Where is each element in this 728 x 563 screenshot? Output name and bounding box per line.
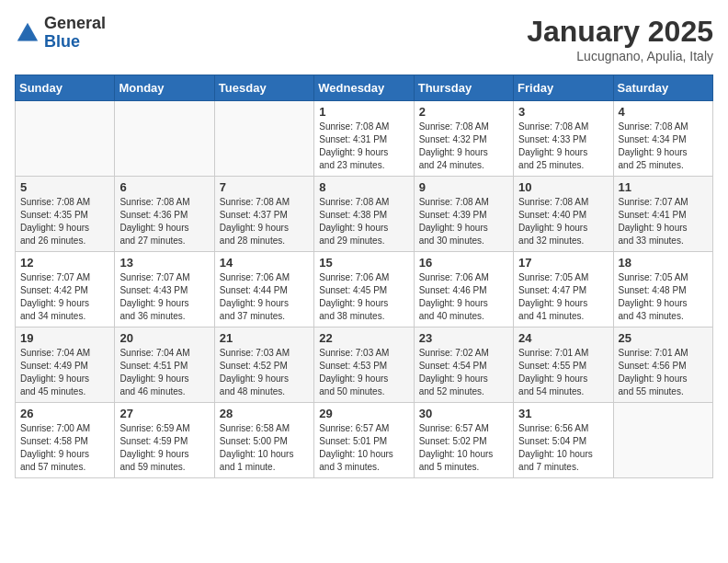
day-info: Sunrise: 7:08 AM Sunset: 4:32 PM Dayligh… — [419, 121, 508, 172]
week-row-2: 5Sunrise: 7:08 AM Sunset: 4:35 PM Daylig… — [16, 177, 713, 252]
day-number: 18 — [619, 256, 708, 270]
day-info: Sunrise: 6:57 AM Sunset: 5:02 PM Dayligh… — [419, 422, 508, 474]
day-number: 30 — [419, 407, 508, 420]
calendar-cell: 7Sunrise: 7:08 AM Sunset: 4:37 PM Daylig… — [214, 177, 313, 252]
calendar-cell: 9Sunrise: 7:08 AM Sunset: 4:39 PM Daylig… — [414, 177, 513, 252]
day-number: 20 — [119, 331, 209, 345]
calendar-cell: 17Sunrise: 7:05 AM Sunset: 4:47 PM Dayli… — [514, 252, 613, 327]
calendar-cell: 18Sunrise: 7:05 AM Sunset: 4:48 PM Dayli… — [613, 252, 712, 327]
day-info: Sunrise: 6:58 AM Sunset: 5:00 PM Dayligh… — [220, 422, 309, 474]
logo-text: General Blue — [44, 15, 106, 52]
day-number: 25 — [619, 331, 708, 345]
calendar-cell: 25Sunrise: 7:01 AM Sunset: 4:56 PM Dayli… — [613, 327, 712, 403]
calendar-cell: 28Sunrise: 6:58 AM Sunset: 5:00 PM Dayli… — [214, 403, 313, 478]
logo-general-text: General — [44, 15, 106, 33]
day-number: 3 — [518, 105, 608, 119]
calendar-cell: 29Sunrise: 6:57 AM Sunset: 5:01 PM Dayli… — [314, 403, 414, 478]
day-number: 12 — [20, 256, 109, 270]
calendar-cell: 20Sunrise: 7:04 AM Sunset: 4:51 PM Dayli… — [115, 327, 214, 403]
weekday-header-row: SundayMondayTuesdayWednesdayThursdayFrid… — [16, 75, 713, 101]
title-block: January 2025 Lucugnano, Apulia, Italy — [527, 15, 713, 63]
week-row-5: 26Sunrise: 7:00 AM Sunset: 4:58 PM Dayli… — [16, 403, 713, 478]
calendar-cell: 8Sunrise: 7:08 AM Sunset: 4:38 PM Daylig… — [314, 177, 414, 252]
weekday-header-friday: Friday — [514, 75, 613, 101]
day-number: 13 — [119, 256, 209, 270]
weekday-header-sunday: Sunday — [16, 75, 115, 101]
calendar-cell: 10Sunrise: 7:08 AM Sunset: 4:40 PM Dayli… — [514, 177, 613, 252]
calendar-cell: 23Sunrise: 7:02 AM Sunset: 4:54 PM Dayli… — [414, 327, 513, 403]
day-info: Sunrise: 7:06 AM Sunset: 4:44 PM Dayligh… — [220, 271, 309, 323]
day-info: Sunrise: 6:57 AM Sunset: 5:01 PM Dayligh… — [319, 422, 408, 474]
day-info: Sunrise: 7:06 AM Sunset: 4:45 PM Dayligh… — [319, 271, 408, 323]
calendar-cell — [16, 101, 115, 177]
calendar-cell: 24Sunrise: 7:01 AM Sunset: 4:55 PM Dayli… — [514, 327, 613, 403]
day-number: 22 — [319, 331, 408, 345]
day-number: 15 — [319, 256, 408, 270]
day-number: 27 — [119, 407, 209, 420]
calendar-cell: 30Sunrise: 6:57 AM Sunset: 5:02 PM Dayli… — [414, 403, 513, 478]
month-title: January 2025 — [527, 15, 713, 49]
day-info: Sunrise: 7:04 AM Sunset: 4:51 PM Dayligh… — [119, 347, 209, 398]
day-number: 23 — [419, 331, 508, 345]
calendar-cell: 19Sunrise: 7:04 AM Sunset: 4:49 PM Dayli… — [16, 327, 115, 403]
day-number: 17 — [518, 256, 608, 270]
calendar-cell — [214, 101, 313, 177]
weekday-header-tuesday: Tuesday — [214, 75, 313, 101]
week-row-4: 19Sunrise: 7:04 AM Sunset: 4:49 PM Dayli… — [16, 327, 713, 403]
day-info: Sunrise: 7:02 AM Sunset: 4:54 PM Dayligh… — [419, 347, 508, 398]
logo-blue-text: Blue — [44, 33, 106, 52]
day-number: 2 — [419, 105, 508, 119]
day-info: Sunrise: 7:04 AM Sunset: 4:49 PM Dayligh… — [20, 347, 109, 398]
day-info: Sunrise: 7:08 AM Sunset: 4:35 PM Dayligh… — [20, 196, 109, 247]
day-info: Sunrise: 7:03 AM Sunset: 4:53 PM Dayligh… — [319, 347, 408, 398]
calendar-cell: 6Sunrise: 7:08 AM Sunset: 4:36 PM Daylig… — [115, 177, 214, 252]
calendar-cell: 22Sunrise: 7:03 AM Sunset: 4:53 PM Dayli… — [314, 327, 414, 403]
weekday-header-wednesday: Wednesday — [314, 75, 414, 101]
day-info: Sunrise: 7:01 AM Sunset: 4:55 PM Dayligh… — [518, 347, 608, 398]
day-number: 7 — [220, 180, 309, 194]
day-info: Sunrise: 7:08 AM Sunset: 4:34 PM Dayligh… — [619, 121, 708, 172]
location-text: Lucugnano, Apulia, Italy — [527, 49, 713, 63]
day-number: 4 — [619, 105, 708, 119]
calendar-cell: 4Sunrise: 7:08 AM Sunset: 4:34 PM Daylig… — [613, 101, 712, 177]
calendar-cell: 13Sunrise: 7:07 AM Sunset: 4:43 PM Dayli… — [115, 252, 214, 327]
day-number: 21 — [220, 331, 309, 345]
day-info: Sunrise: 6:59 AM Sunset: 4:59 PM Dayligh… — [119, 422, 209, 474]
day-number: 1 — [319, 105, 408, 119]
calendar-cell: 2Sunrise: 7:08 AM Sunset: 4:32 PM Daylig… — [414, 101, 513, 177]
day-info: Sunrise: 7:03 AM Sunset: 4:52 PM Dayligh… — [220, 347, 309, 398]
day-number: 24 — [518, 331, 608, 345]
day-info: Sunrise: 7:08 AM Sunset: 4:31 PM Dayligh… — [319, 121, 408, 172]
day-number: 28 — [220, 407, 309, 420]
calendar-cell — [613, 403, 712, 478]
calendar-cell: 14Sunrise: 7:06 AM Sunset: 4:44 PM Dayli… — [214, 252, 313, 327]
logo: General Blue — [15, 15, 106, 52]
calendar-cell: 11Sunrise: 7:07 AM Sunset: 4:41 PM Dayli… — [613, 177, 712, 252]
day-number: 5 — [20, 180, 109, 194]
day-info: Sunrise: 7:00 AM Sunset: 4:58 PM Dayligh… — [20, 422, 109, 474]
weekday-header-saturday: Saturday — [613, 75, 712, 101]
calendar-cell: 3Sunrise: 7:08 AM Sunset: 4:33 PM Daylig… — [514, 101, 613, 177]
day-info: Sunrise: 7:07 AM Sunset: 4:41 PM Dayligh… — [619, 196, 708, 247]
calendar-cell — [115, 101, 214, 177]
day-number: 8 — [319, 180, 408, 194]
day-number: 11 — [619, 180, 708, 194]
day-info: Sunrise: 7:05 AM Sunset: 4:47 PM Dayligh… — [518, 271, 608, 323]
day-number: 31 — [518, 407, 608, 420]
day-info: Sunrise: 7:08 AM Sunset: 4:37 PM Dayligh… — [220, 196, 309, 247]
week-row-1: 1Sunrise: 7:08 AM Sunset: 4:31 PM Daylig… — [16, 101, 713, 177]
day-info: Sunrise: 7:08 AM Sunset: 4:39 PM Dayligh… — [419, 196, 508, 247]
day-info: Sunrise: 7:06 AM Sunset: 4:46 PM Dayligh… — [419, 271, 508, 323]
day-info: Sunrise: 7:08 AM Sunset: 4:38 PM Dayligh… — [319, 196, 408, 247]
day-info: Sunrise: 7:08 AM Sunset: 4:33 PM Dayligh… — [518, 121, 608, 172]
calendar-cell: 31Sunrise: 6:56 AM Sunset: 5:04 PM Dayli… — [514, 403, 613, 478]
day-number: 10 — [518, 180, 608, 194]
day-number: 6 — [119, 180, 209, 194]
day-number: 9 — [419, 180, 508, 194]
svg-marker-1 — [18, 27, 37, 40]
calendar-cell: 16Sunrise: 7:06 AM Sunset: 4:46 PM Dayli… — [414, 252, 513, 327]
day-number: 19 — [20, 331, 109, 345]
week-row-3: 12Sunrise: 7:07 AM Sunset: 4:42 PM Dayli… — [16, 252, 713, 327]
calendar-cell: 5Sunrise: 7:08 AM Sunset: 4:35 PM Daylig… — [16, 177, 115, 252]
day-info: Sunrise: 7:07 AM Sunset: 4:43 PM Dayligh… — [119, 271, 209, 323]
